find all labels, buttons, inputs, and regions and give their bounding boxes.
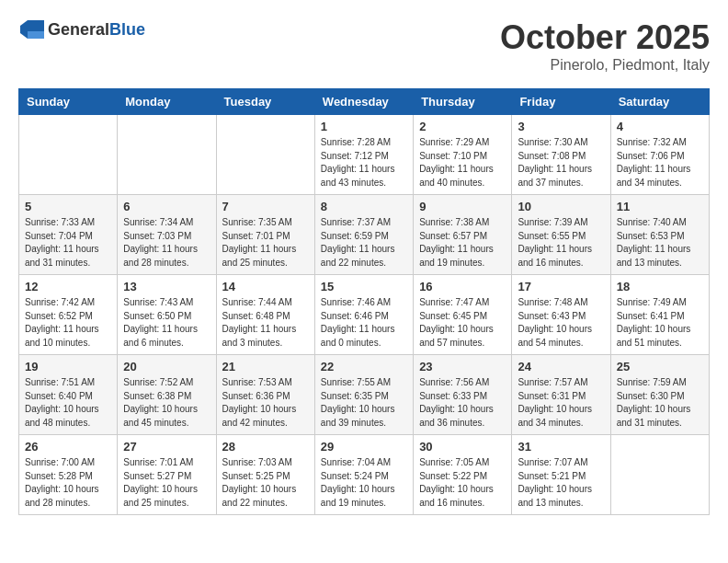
day-info: Sunrise: 7:29 AM Sunset: 7:10 PM Dayligh… [419, 136, 506, 190]
calendar-cell: 27Sunrise: 7:01 AM Sunset: 5:27 PM Dayli… [118, 435, 216, 515]
calendar-cell: 9Sunrise: 7:38 AM Sunset: 6:57 PM Daylig… [414, 195, 512, 275]
day-info: Sunrise: 7:46 AM Sunset: 6:46 PM Dayligh… [321, 296, 407, 350]
calendar-header-friday: Friday [512, 89, 610, 115]
calendar-cell: 13Sunrise: 7:43 AM Sunset: 6:50 PM Dayli… [118, 275, 216, 355]
calendar-header-sunday: Sunday [19, 89, 118, 115]
calendar-cell: 30Sunrise: 7:05 AM Sunset: 5:22 PM Dayli… [414, 435, 512, 515]
day-number: 4 [617, 120, 703, 133]
calendar-cell: 11Sunrise: 7:40 AM Sunset: 6:53 PM Dayli… [610, 195, 709, 275]
calendar-cell: 10Sunrise: 7:39 AM Sunset: 6:55 PM Dayli… [512, 195, 610, 275]
calendar-cell: 16Sunrise: 7:47 AM Sunset: 6:45 PM Dayli… [414, 275, 512, 355]
calendar-cell: 21Sunrise: 7:53 AM Sunset: 6:36 PM Dayli… [216, 355, 314, 435]
calendar-header-row: SundayMondayTuesdayWednesdayThursdayFrid… [19, 89, 710, 115]
calendar-week-row: 1Sunrise: 7:28 AM Sunset: 7:12 PM Daylig… [19, 115, 710, 195]
calendar-cell: 31Sunrise: 7:07 AM Sunset: 5:21 PM Dayli… [512, 435, 610, 515]
day-number: 1 [321, 120, 407, 133]
calendar-header-monday: Monday [118, 89, 216, 115]
day-info: Sunrise: 7:53 AM Sunset: 6:36 PM Dayligh… [222, 376, 309, 430]
day-number: 28 [222, 440, 309, 454]
day-number: 17 [518, 280, 604, 293]
day-info: Sunrise: 7:51 AM Sunset: 6:40 PM Dayligh… [25, 376, 111, 430]
calendar-header-wednesday: Wednesday [314, 89, 413, 115]
day-info: Sunrise: 7:42 AM Sunset: 6:52 PM Dayligh… [25, 296, 111, 350]
day-info: Sunrise: 7:33 AM Sunset: 7:04 PM Dayligh… [25, 216, 111, 270]
calendar-cell [118, 115, 216, 195]
day-info: Sunrise: 7:49 AM Sunset: 6:41 PM Dayligh… [617, 296, 703, 350]
day-info: Sunrise: 7:32 AM Sunset: 7:06 PM Dayligh… [617, 136, 703, 190]
day-number: 8 [321, 200, 407, 213]
calendar-week-row: 26Sunrise: 7:00 AM Sunset: 5:28 PM Dayli… [19, 435, 710, 515]
day-info: Sunrise: 7:52 AM Sunset: 6:38 PM Dayligh… [123, 376, 210, 430]
calendar-cell: 22Sunrise: 7:55 AM Sunset: 6:35 PM Dayli… [314, 355, 413, 435]
day-info: Sunrise: 7:34 AM Sunset: 7:03 PM Dayligh… [123, 216, 210, 270]
calendar-cell: 8Sunrise: 7:37 AM Sunset: 6:59 PM Daylig… [314, 195, 413, 275]
day-number: 13 [123, 280, 210, 293]
day-info: Sunrise: 7:03 AM Sunset: 5:25 PM Dayligh… [222, 456, 309, 510]
calendar-header-tuesday: Tuesday [216, 89, 314, 115]
day-number: 31 [518, 440, 604, 454]
calendar-cell: 14Sunrise: 7:44 AM Sunset: 6:48 PM Dayli… [216, 275, 314, 355]
calendar-cell [19, 115, 118, 195]
day-info: Sunrise: 7:00 AM Sunset: 5:28 PM Dayligh… [25, 456, 111, 510]
day-number: 16 [419, 280, 506, 293]
calendar-cell: 26Sunrise: 7:00 AM Sunset: 5:28 PM Dayli… [19, 435, 118, 515]
calendar-header-saturday: Saturday [610, 89, 709, 115]
calendar-cell: 7Sunrise: 7:35 AM Sunset: 7:01 PM Daylig… [216, 195, 314, 275]
day-info: Sunrise: 7:01 AM Sunset: 5:27 PM Dayligh… [123, 456, 210, 510]
day-info: Sunrise: 7:39 AM Sunset: 6:55 PM Dayligh… [518, 216, 604, 270]
svg-marker-2 [20, 20, 28, 39]
day-info: Sunrise: 7:35 AM Sunset: 7:01 PM Dayligh… [222, 216, 309, 270]
calendar-week-row: 12Sunrise: 7:42 AM Sunset: 6:52 PM Dayli… [19, 275, 710, 355]
day-info: Sunrise: 7:37 AM Sunset: 6:59 PM Dayligh… [321, 216, 407, 270]
day-number: 11 [617, 200, 703, 213]
calendar-cell: 18Sunrise: 7:49 AM Sunset: 6:41 PM Dayli… [610, 275, 709, 355]
calendar-week-row: 19Sunrise: 7:51 AM Sunset: 6:40 PM Dayli… [19, 355, 710, 435]
calendar-header-thursday: Thursday [414, 89, 512, 115]
logo: GeneralBlue [18, 18, 145, 40]
day-number: 12 [25, 280, 111, 293]
day-info: Sunrise: 7:55 AM Sunset: 6:35 PM Dayligh… [321, 376, 407, 430]
calendar-cell: 4Sunrise: 7:32 AM Sunset: 7:06 PM Daylig… [610, 115, 709, 195]
calendar-cell: 24Sunrise: 7:57 AM Sunset: 6:31 PM Dayli… [512, 355, 610, 435]
day-info: Sunrise: 7:59 AM Sunset: 6:30 PM Dayligh… [617, 376, 703, 430]
title-block: October 2025 Pinerolo, Piedmont, Italy [500, 18, 710, 74]
calendar-cell: 1Sunrise: 7:28 AM Sunset: 7:12 PM Daylig… [314, 115, 413, 195]
day-info: Sunrise: 7:57 AM Sunset: 6:31 PM Dayligh… [518, 376, 604, 430]
svg-marker-1 [28, 31, 44, 39]
day-info: Sunrise: 7:04 AM Sunset: 5:24 PM Dayligh… [321, 456, 407, 510]
day-info: Sunrise: 7:05 AM Sunset: 5:22 PM Dayligh… [419, 456, 506, 510]
day-number: 9 [419, 200, 506, 213]
calendar-cell: 6Sunrise: 7:34 AM Sunset: 7:03 PM Daylig… [118, 195, 216, 275]
logo-text: GeneralBlue [48, 20, 145, 40]
calendar-cell: 23Sunrise: 7:56 AM Sunset: 6:33 PM Dayli… [414, 355, 512, 435]
day-number: 14 [222, 280, 309, 293]
calendar-cell [216, 115, 314, 195]
calendar-cell: 25Sunrise: 7:59 AM Sunset: 6:30 PM Dayli… [610, 355, 709, 435]
logo-general: General [48, 20, 109, 39]
day-info: Sunrise: 7:40 AM Sunset: 6:53 PM Dayligh… [617, 216, 703, 270]
day-number: 5 [25, 200, 111, 213]
day-info: Sunrise: 7:44 AM Sunset: 6:48 PM Dayligh… [222, 296, 309, 350]
calendar-cell: 3Sunrise: 7:30 AM Sunset: 7:08 PM Daylig… [512, 115, 610, 195]
calendar-cell: 2Sunrise: 7:29 AM Sunset: 7:10 PM Daylig… [414, 115, 512, 195]
calendar-cell: 12Sunrise: 7:42 AM Sunset: 6:52 PM Dayli… [19, 275, 118, 355]
day-number: 15 [321, 280, 407, 293]
day-number: 3 [518, 120, 604, 133]
day-number: 23 [419, 360, 506, 373]
day-info: Sunrise: 7:47 AM Sunset: 6:45 PM Dayligh… [419, 296, 506, 350]
logo-icon [18, 18, 46, 40]
calendar-cell: 5Sunrise: 7:33 AM Sunset: 7:04 PM Daylig… [19, 195, 118, 275]
day-number: 18 [617, 280, 703, 293]
page-header: GeneralBlue October 2025 Pinerolo, Piedm… [18, 18, 710, 74]
day-number: 24 [518, 360, 604, 373]
day-number: 7 [222, 200, 309, 213]
day-info: Sunrise: 7:07 AM Sunset: 5:21 PM Dayligh… [518, 456, 604, 510]
calendar-cell: 17Sunrise: 7:48 AM Sunset: 6:43 PM Dayli… [512, 275, 610, 355]
day-info: Sunrise: 7:28 AM Sunset: 7:12 PM Dayligh… [321, 136, 407, 190]
location-title: Pinerolo, Piedmont, Italy [500, 57, 710, 74]
day-number: 29 [321, 440, 407, 454]
day-number: 27 [123, 440, 210, 454]
calendar-week-row: 5Sunrise: 7:33 AM Sunset: 7:04 PM Daylig… [19, 195, 710, 275]
calendar-cell: 19Sunrise: 7:51 AM Sunset: 6:40 PM Dayli… [19, 355, 118, 435]
day-number: 6 [123, 200, 210, 213]
